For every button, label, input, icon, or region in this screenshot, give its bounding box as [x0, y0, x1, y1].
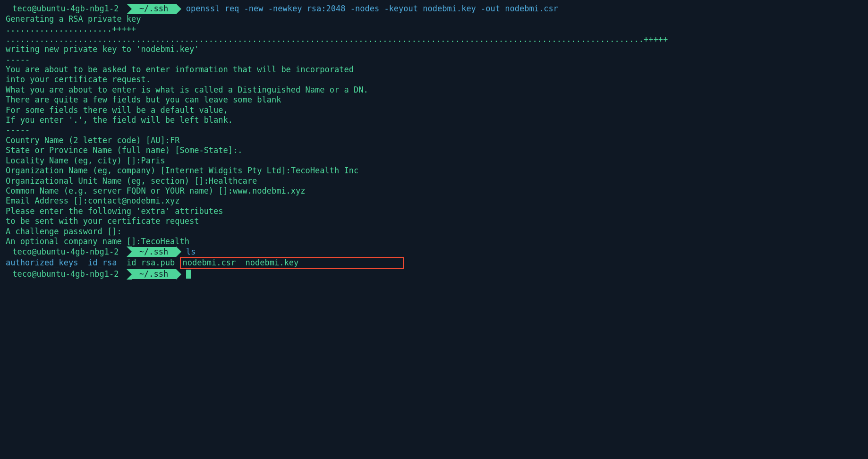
- output-line: There are quite a few fields but you can…: [6, 95, 862, 105]
- output-line: State or Province Name (full name) [Some…: [6, 145, 862, 155]
- highlighted-files-box: nodebmi.csr nodebmi.key: [180, 257, 404, 269]
- user-host: teco@ubuntu-4gb-nbg1-2: [6, 4, 127, 14]
- output-line: Country Name (2 letter code) [AU]:FR: [6, 136, 862, 145]
- ls-file: id_rsa: [88, 258, 117, 267]
- output-line: What you are about to enter is what is c…: [6, 85, 862, 95]
- output-line: If you enter '.', the field will be left…: [6, 115, 862, 125]
- prompt-line-2: teco@ubuntu-4gb-nbg1-2 ~/.ssh ls: [6, 246, 862, 257]
- output-line: An optional company name []:TecoHealth: [6, 237, 862, 246]
- output-line: Please enter the following 'extra' attri…: [6, 206, 862, 216]
- prompt-line-1: teco@ubuntu-4gb-nbg1-2 ~/.ssh openssl re…: [6, 4, 862, 14]
- command-text: ls: [181, 247, 196, 257]
- prompt-separator-icon: [127, 246, 132, 257]
- output-line: For some fields there will be a default …: [6, 105, 862, 115]
- output-line: writing new private key to 'nodebmi.key': [6, 44, 862, 54]
- ls-file: nodebmi.key: [246, 258, 299, 267]
- output-line: You are about to be asked to enter infor…: [6, 65, 862, 75]
- output-line: ......................+++++: [6, 24, 862, 34]
- ls-output-line: authorized_keys id_rsa id_rsa.pub nodebm…: [6, 257, 862, 269]
- output-line: Generating a RSA private key: [6, 14, 862, 24]
- ls-file: authorized_keys: [6, 258, 78, 267]
- user-host: teco@ubuntu-4gb-nbg1-2: [6, 269, 127, 279]
- terminal-window[interactable]: teco@ubuntu-4gb-nbg1-2 ~/.ssh openssl re…: [6, 4, 862, 280]
- command-text: openssl req -new -newkey rsa:2048 -nodes…: [181, 4, 558, 14]
- output-line: Organization Name (eg, company) [Interne…: [6, 166, 862, 176]
- ls-file: nodebmi.csr: [183, 258, 236, 267]
- prompt-end-icon: [176, 269, 181, 280]
- output-line: Locality Name (eg, city) []:Paris: [6, 156, 862, 166]
- output-line: -----: [6, 125, 862, 135]
- output-line: Email Address []:contact@nodebmi.xyz: [6, 196, 862, 206]
- prompt-end-icon: [176, 4, 181, 14]
- cwd-path: ~/.ssh: [132, 4, 176, 14]
- ls-file: id_rsa.pub: [127, 258, 175, 267]
- output-line: ........................................…: [6, 34, 862, 44]
- output-line: Organizational Unit Name (eg, section) […: [6, 176, 862, 186]
- user-host: teco@ubuntu-4gb-nbg1-2: [6, 247, 127, 257]
- output-line: -----: [6, 55, 862, 65]
- prompt-separator-icon: [127, 4, 132, 14]
- cursor-icon: [186, 270, 191, 279]
- prompt-end-icon: [176, 246, 181, 257]
- cwd-path: ~/.ssh: [132, 247, 176, 257]
- prompt-separator-icon: [127, 269, 132, 280]
- output-line: to be sent with your certificate request: [6, 216, 862, 226]
- cwd-path: ~/.ssh: [132, 269, 176, 279]
- output-line: into your certificate request.: [6, 75, 862, 85]
- prompt-line-3[interactable]: teco@ubuntu-4gb-nbg1-2 ~/.ssh: [6, 269, 862, 280]
- output-line: Common Name (e.g. server FQDN or YOUR na…: [6, 186, 862, 196]
- output-line: A challenge password []:: [6, 227, 862, 237]
